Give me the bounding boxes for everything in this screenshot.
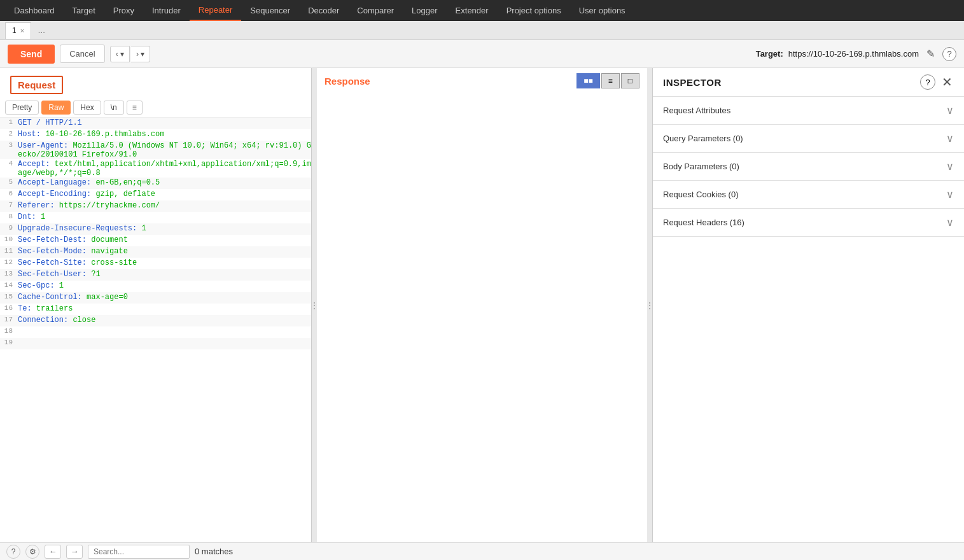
panel-header-wrapper: Request [0, 68, 311, 98]
code-line: 8Dnt: 1 [0, 212, 311, 223]
prev-button[interactable]: ‹ ▾ [110, 46, 130, 62]
inspector-section[interactable]: Request Headers (16)∨ [653, 209, 964, 237]
code-line: 2Host: 10-10-26-169.p.thmlabs.com [0, 129, 311, 141]
main-content: Request Pretty Raw Hex \n ≡ 1GET / HTTP/… [0, 68, 964, 542]
back-button[interactable]: ← [45, 545, 61, 559]
code-line: 4Accept: text/html,application/xhtml+xml… [0, 159, 311, 178]
drag-handle-request-response[interactable]: ⋮ [312, 68, 317, 542]
bottom-bar: ? ⚙ ← → 0 matches [0, 542, 964, 560]
nav-item-dashboard[interactable]: Dashboard [5, 0, 64, 21]
code-line: 7Referer: https://tryhackme.com/ [0, 200, 311, 212]
view-toggle: ■■ ≡ □ [576, 73, 639, 88]
nav-item-project-options[interactable]: Project options [498, 0, 570, 21]
cancel-button[interactable]: Cancel [60, 45, 104, 63]
format-raw[interactable]: Raw [41, 101, 71, 115]
code-line: 5Accept-Language: en-GB,en;q=0.5 [0, 178, 311, 189]
code-line: 11Sec-Fetch-Mode: navigate [0, 246, 311, 258]
inspector-section[interactable]: Query Parameters (0)∨ [653, 125, 964, 153]
inspector-help-button[interactable]: ? [920, 74, 935, 90]
inspector-panel: INSPECTOR ? ✕ Request Attributes∨Query P… [652, 68, 964, 542]
format-hex[interactable]: Hex [73, 101, 101, 115]
inspector-section[interactable]: Request Cookies (0)∨ [653, 181, 964, 209]
top-nav: DashboardTargetProxyIntruderRepeaterSequ… [0, 0, 964, 21]
view-split-button[interactable]: ■■ [576, 73, 600, 88]
inspector-section[interactable]: Request Attributes∨ [653, 97, 964, 125]
target-label: Target: https://10-10-26-169.p.thmlabs.c… [756, 46, 956, 61]
tab-ellipsis[interactable]: … [34, 26, 49, 35]
chevron-down-icon: ∨ [946, 216, 954, 228]
response-title: Response [325, 76, 370, 87]
nav-item-repeater[interactable]: Repeater [190, 0, 241, 21]
nav-item-sequencer[interactable]: Sequencer [241, 0, 299, 21]
inspector-section-title: Body Parameters (0) [663, 162, 739, 171]
settings-bottom-button[interactable]: ⚙ [25, 545, 39, 559]
target-url: https://10-10-26-169.p.thmlabs.com [788, 49, 919, 59]
request-code-area[interactable]: 1GET / HTTP/1.12Host: 10-10-26-169.p.thm… [0, 118, 311, 542]
nav-item-decoder[interactable]: Decoder [299, 0, 348, 21]
drag-handle-response-inspector[interactable]: ⋮ [647, 68, 652, 542]
inspector-section-title: Request Headers (16) [663, 218, 744, 227]
forward-button[interactable]: → [66, 545, 83, 559]
format-pretty[interactable]: Pretty [5, 101, 39, 115]
chevron-down-icon: ∨ [946, 132, 954, 144]
next-button[interactable]: › ▾ [131, 46, 150, 62]
nav-item-intruder[interactable]: Intruder [143, 0, 190, 21]
nav-arrows: ‹ ▾ › ▾ [110, 46, 151, 62]
format-tabs: Pretty Raw Hex \n ≡ [0, 98, 311, 118]
tab-1[interactable]: 1 × [5, 22, 31, 39]
nav-item-logger[interactable]: Logger [403, 0, 446, 21]
inspector-section[interactable]: Body Parameters (0)∨ [653, 153, 964, 181]
inspector-header: INSPECTOR ? ✕ [653, 68, 964, 97]
tab-bar: 1 × … [0, 21, 964, 40]
nav-item-user-options[interactable]: User options [570, 0, 634, 21]
code-line: 10Sec-Fetch-Dest: document [0, 235, 311, 246]
code-line: 19 [0, 338, 311, 349]
tab-number: 1 [12, 26, 17, 35]
view-single-button[interactable]: □ [621, 73, 639, 88]
response-header-row: Response ■■ ≡ □ [317, 68, 647, 94]
chevron-down-icon: ∨ [946, 104, 954, 116]
inspector-section-title: Query Parameters (0) [663, 134, 743, 143]
inspector-section-title: Request Cookies (0) [663, 190, 739, 199]
code-line: 6Accept-Encoding: gzip, deflate [0, 189, 311, 200]
nav-item-comparer[interactable]: Comparer [348, 0, 403, 21]
code-line: 14Sec-Gpc: 1 [0, 281, 311, 292]
matches-count: 0 matches [195, 547, 233, 556]
nav-item-proxy[interactable]: Proxy [104, 0, 143, 21]
response-panel: Response ■■ ≡ □ [317, 68, 647, 542]
send-button[interactable]: Send [8, 45, 55, 64]
close-icon[interactable]: × [20, 27, 24, 34]
nav-item-extender[interactable]: Extender [447, 0, 498, 21]
view-list-button[interactable]: ≡ [601, 73, 620, 88]
inspector-icons: ? ✕ [920, 74, 954, 90]
toolbar: Send Cancel ‹ ▾ › ▾ Target: https://10-1… [0, 40, 964, 68]
code-line: 9Upgrade-Insecure-Requests: 1 [0, 223, 311, 235]
search-input[interactable] [88, 545, 190, 559]
help-bottom-button[interactable]: ? [6, 545, 20, 559]
inspector-close-button[interactable]: ✕ [940, 74, 954, 90]
nav-item-target[interactable]: Target [64, 0, 104, 21]
inspector-section-title: Request Attributes [663, 106, 730, 115]
format-newline[interactable]: \n [104, 101, 124, 115]
code-line: 13Sec-Fetch-User: ?1 [0, 269, 311, 281]
request-title: Request [10, 76, 63, 94]
code-line: 12Sec-Fetch-Site: cross-site [0, 258, 311, 269]
chevron-down-icon: ∨ [946, 188, 954, 200]
code-line: 1GET / HTTP/1.1 [0, 118, 311, 129]
inspector-title: INSPECTOR [663, 77, 722, 88]
target-prefix: Target: [756, 49, 783, 59]
request-panel: Request Pretty Raw Hex \n ≡ 1GET / HTTP/… [0, 68, 312, 542]
edit-target-button[interactable]: ✎ [924, 46, 937, 61]
code-line: 17Connection: close [0, 315, 311, 326]
format-menu[interactable]: ≡ [127, 101, 143, 115]
code-line: 3User-Agent: Mozilla/5.0 (Windows NT 10.… [0, 141, 311, 159]
chevron-down-icon: ∨ [946, 160, 954, 172]
help-target-button[interactable]: ? [942, 47, 956, 61]
code-line: 15Cache-Control: max-age=0 [0, 292, 311, 304]
code-line: 18 [0, 326, 311, 338]
code-line: 16Te: trailers [0, 304, 311, 315]
